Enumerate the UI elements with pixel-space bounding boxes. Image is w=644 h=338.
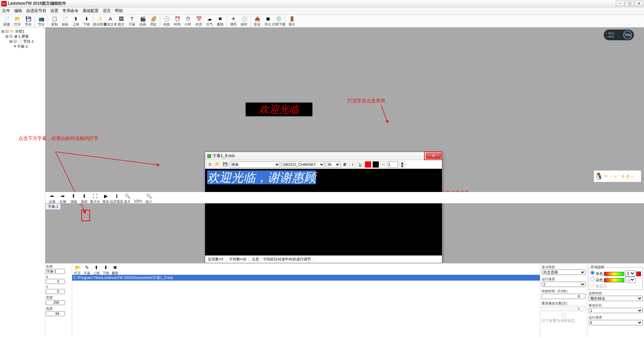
tbtn-发送[interactable]: 📤发送 xyxy=(252,15,262,27)
arrow-close xyxy=(374,103,401,130)
border-flower-radio[interactable] xyxy=(590,277,595,281)
tbtn-右侧[interactable]: ➡右侧 xyxy=(58,193,68,204)
tree-subtitle[interactable]: ✎ 字幕-1 xyxy=(1,44,44,49)
tree-program[interactable]: ⊟ ☑ 📄 节目-1 xyxy=(1,39,44,44)
x-input[interactable] xyxy=(46,279,65,284)
size-select[interactable]: 36 xyxy=(326,161,340,168)
menu-语言[interactable]: 语言 xyxy=(103,8,111,14)
tree-screen[interactable]: ⊟ ☑ 🖥 1-屏幕 xyxy=(1,34,44,39)
underline-button[interactable]: U xyxy=(357,161,364,168)
file-list[interactable]: C:\Program Files\LedshowTW 2016\Document… xyxy=(72,275,540,337)
spacing-input[interactable] xyxy=(388,161,398,168)
run-speed-select[interactable]: 2 xyxy=(542,282,586,287)
border-speed-select[interactable]: 6 xyxy=(589,320,643,325)
width-input[interactable] xyxy=(46,300,65,305)
tbtn-叠加文本[interactable]: A叠加文本 xyxy=(105,15,116,27)
tbtn-放大[interactable]: 🔍放大 xyxy=(122,193,132,204)
border-step-select[interactable]: 1 xyxy=(589,308,643,313)
border-val2[interactable]: -1 xyxy=(625,277,635,283)
tbtn-删除[interactable]: ✖删除 xyxy=(215,15,225,27)
tbtn-计时[interactable]: ⏱计时 xyxy=(183,15,193,27)
minimize-button[interactable]: ─ xyxy=(616,1,625,6)
tbtn-停止[interactable]: ⏹停止 xyxy=(263,15,273,27)
text-color-red[interactable] xyxy=(365,161,371,168)
annotation-left: 点击下方字幕，在弹出的对话框内打字 xyxy=(18,136,119,142)
tbtn-复制[interactable]: 📋复制 xyxy=(49,15,59,27)
bold-button[interactable]: B xyxy=(341,161,348,168)
svg-line-0 xyxy=(55,152,159,165)
tbtn-打开[interactable]: 📂打开 xyxy=(73,264,82,276)
tbtn-下移[interactable]: ⬇下移 xyxy=(101,264,110,276)
new-file-icon[interactable]: 🗋 xyxy=(206,161,213,168)
font-select[interactable]: 楷体 xyxy=(230,161,280,168)
dialog-close-button[interactable]: ✕ xyxy=(426,153,441,159)
tbtn-炫动背景[interactable]: ✨炫动背景 xyxy=(95,15,105,27)
tbtn-信息预览[interactable]: ℹ信息预览 xyxy=(111,193,122,204)
tbtn-左侧[interactable]: ⬅左侧 xyxy=(47,193,57,204)
tbtn-USB下载[interactable]: 💿USB下载 xyxy=(274,15,284,27)
spacing-down[interactable]: ▼ xyxy=(399,164,406,168)
height-input[interactable] xyxy=(46,311,65,316)
menu-自适应节目[interactable]: 自适应节目 xyxy=(26,8,46,14)
tbtn-预览[interactable]: ▶预览 xyxy=(101,193,111,204)
bg-color-black[interactable] xyxy=(372,161,379,168)
subtitle-tab[interactable]: 字幕-1 xyxy=(45,203,61,210)
炫动背景-icon: ✨ xyxy=(96,15,103,22)
tbtn-字幕[interactable]: ✎字幕 xyxy=(83,264,91,276)
project-tree[interactable]: ⊟ ☑ 📁 分组1 ⊟ ☑ 🖥 1-屏幕 ⊟ ☑ 📄 节目-1 ✎ 字幕-1 xyxy=(0,28,45,337)
italic-button[interactable]: I xyxy=(349,161,356,168)
border-val1[interactable]: 1 xyxy=(625,270,635,277)
color-bar-1[interactable] xyxy=(604,272,624,276)
tbtn-调亮[interactable]: ☀调亮 xyxy=(228,15,238,27)
tbtn-动画[interactable]: 🎬动画 xyxy=(138,15,148,27)
charset-select[interactable]: GB2312_CHARSET xyxy=(281,161,325,168)
tbtn-删除[interactable]: ✖删除 xyxy=(111,264,120,276)
tbtn-顶端[interactable]: ⬆顶端 xyxy=(68,193,79,204)
save-file-icon[interactable]: 💾 xyxy=(222,161,229,168)
tbtn-退出[interactable]: 🚪退出 xyxy=(287,15,297,27)
tree-group[interactable]: ⊟ ☑ 📁 分组1 xyxy=(1,29,44,34)
menu-编辑[interactable]: 编辑 xyxy=(14,8,22,14)
tbtn-节目[interactable]: 📺节目 xyxy=(36,15,46,27)
tbtn-字幕[interactable]: T字幕 xyxy=(127,15,137,27)
tbtn-打开[interactable]: 📂打开 xyxy=(12,15,22,27)
border-effect-select[interactable]: 顺向转动 xyxy=(589,296,643,301)
tbtn-新建[interactable]: 📄新建 xyxy=(2,15,12,27)
dialog-titlebar[interactable]: 字幕1_9.txts ✕ xyxy=(205,152,442,160)
tbtn-农历[interactable]: 📅农历 xyxy=(194,15,204,27)
menu-常用命令[interactable]: 常用命令 xyxy=(62,8,79,14)
menu-帮助[interactable]: 帮助 xyxy=(115,8,123,14)
tbtn-下移[interactable]: ⬇下移 xyxy=(82,15,92,27)
tbtn-图文[interactable]: 🖼图文 xyxy=(116,15,126,27)
display-effect-select[interactable]: 向左连移 xyxy=(542,270,586,275)
tbtn-另存[interactable]: 💾另存 xyxy=(23,15,33,27)
tbtn-天气[interactable]: ☁天气 xyxy=(204,15,215,27)
tbtn-霓虹[interactable]: 🌈霓虹 xyxy=(148,15,158,27)
tbtn-缩小[interactable]: 🔍缩小 xyxy=(144,193,154,204)
tbtn-上移[interactable]: ⬆上移 xyxy=(71,15,81,27)
tbtn-校时[interactable]: 🕒校时 xyxy=(239,15,249,27)
tbtn-粘贴[interactable]: 📄粘贴 xyxy=(60,15,70,27)
open-file-icon[interactable]: 📂 xyxy=(214,161,221,168)
tbtn-底部[interactable]: ⬇底部 xyxy=(79,193,89,204)
tbtn-上移[interactable]: ⬆上移 xyxy=(92,264,101,276)
menu-高级配置[interactable]: 高级配置 xyxy=(83,8,99,14)
file-row-selected[interactable]: C:\Program Files\LedshowTW 2016\Document… xyxy=(72,275,540,281)
spacing-icon[interactable]: ↔ xyxy=(380,161,387,168)
menu-文件[interactable]: 文件 xyxy=(2,8,10,14)
maximize-button[interactable]: ▢ xyxy=(625,1,634,6)
qq-assistant-widget[interactable]: 🐧 中 ノ ⊙↗ ⚙ 盾 ☺ xyxy=(594,170,641,182)
tbtn-时间[interactable]: ⏰时间 xyxy=(172,15,182,27)
tbtn-最大化[interactable]: ⛶最大化 xyxy=(90,193,100,204)
close-button[interactable]: ✕ xyxy=(635,1,643,6)
tbtn-表盘[interactable]: 🕐表盘 xyxy=(162,15,172,27)
menu-设置[interactable]: 设置 xyxy=(50,8,58,14)
led-preview[interactable]: 欢迎光临 xyxy=(245,102,313,117)
border-single-radio[interactable] xyxy=(590,271,595,275)
name-input[interactable] xyxy=(46,269,65,274)
tbtn-100%[interactable]: 100% xyxy=(133,193,143,203)
border-color-swatch[interactable] xyxy=(636,272,641,276)
text-editor[interactable]: 欢迎光临，谢谢惠顾 xyxy=(205,169,442,255)
stay-time-input[interactable] xyxy=(542,294,586,299)
y-input[interactable] xyxy=(46,289,65,294)
